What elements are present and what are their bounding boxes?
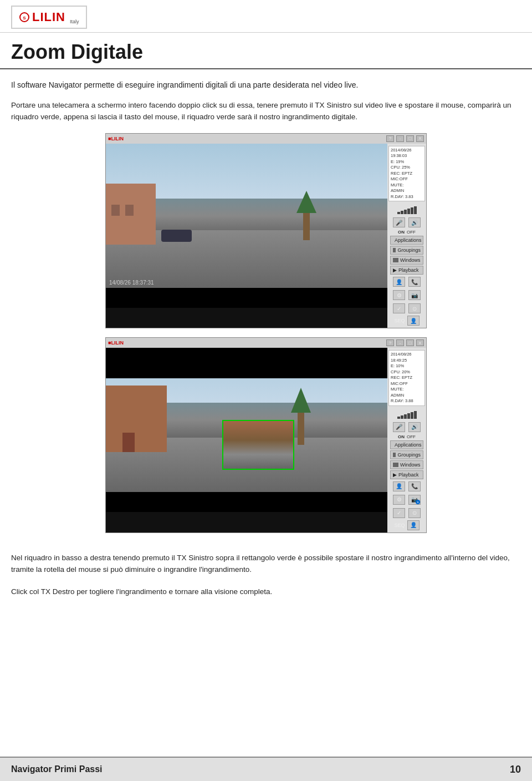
intro-text: Il software Navigator permette di esegui… bbox=[11, 79, 521, 92]
on-label1[interactable]: ON bbox=[398, 230, 405, 235]
bar2-5 bbox=[411, 412, 413, 419]
off-label1[interactable]: OFF bbox=[407, 230, 416, 235]
windows-label1: Windows bbox=[400, 257, 421, 263]
logo-italy: Italy bbox=[70, 19, 79, 24]
play-icon2: ▶ bbox=[393, 472, 397, 478]
bar2-4 bbox=[407, 413, 410, 419]
windows-icon2 bbox=[393, 463, 398, 467]
groupings-btn2[interactable]: Groupings bbox=[390, 450, 423, 459]
close-button[interactable]: X bbox=[416, 135, 424, 142]
skype-indicator: s bbox=[416, 500, 420, 504]
maximize-button2[interactable]: □ bbox=[406, 339, 414, 346]
mic-icon2[interactable]: 🎤 bbox=[393, 422, 405, 432]
windows-btn2[interactable]: Windows bbox=[390, 460, 423, 469]
bar3 bbox=[404, 210, 407, 214]
signal-bars2 bbox=[397, 410, 417, 419]
help-button2[interactable]: ? bbox=[386, 339, 394, 346]
bottom-text2: Click col TX Destro per togliere l'ingra… bbox=[11, 586, 521, 598]
groupings-btn1[interactable]: Groupings bbox=[390, 246, 423, 255]
signal-bars1 bbox=[397, 205, 417, 214]
footer: Navigator Primi Passi 10 bbox=[0, 757, 532, 781]
phone-icon2[interactable]: 📞 bbox=[408, 481, 421, 491]
window2 bbox=[125, 205, 134, 216]
camera-icon2[interactable]: 📷 s bbox=[408, 495, 421, 505]
playback-btn2[interactable]: ▶ Playback bbox=[390, 470, 423, 479]
gear-icon1[interactable]: ⚙ bbox=[393, 290, 405, 300]
car1 bbox=[161, 230, 192, 242]
icon-row2-3: ⚙ 📷 s bbox=[388, 495, 425, 505]
icon-row4: ✓ ⊙ bbox=[388, 303, 425, 313]
titlebar1-left: ■LILIN bbox=[108, 136, 124, 141]
icon-row2: 👤 📞 bbox=[388, 277, 425, 287]
groupings-icon2 bbox=[393, 453, 396, 457]
sidebar1: 2014/08/26 19:38:03 E: 19% CPU: 25% REC:… bbox=[387, 144, 426, 328]
footer-label: Navigator Primi Passi bbox=[11, 764, 103, 774]
close-button2[interactable]: X bbox=[416, 339, 424, 346]
bar2-1 bbox=[397, 417, 400, 419]
on-off2: ON OFF bbox=[398, 434, 416, 439]
icon-row3: ⚙ 📷 bbox=[388, 290, 425, 300]
playback-label2: Playback bbox=[398, 472, 419, 478]
svg-text:S: S bbox=[23, 16, 26, 21]
windows-label2: Windows bbox=[400, 462, 421, 468]
main-area2: Cam 014 18:40:19 bbox=[106, 348, 426, 532]
help-button[interactable]: ? bbox=[386, 135, 394, 142]
seq-icon1[interactable]: 👤 bbox=[407, 316, 420, 326]
video-panel1: Cam 014 18:38:81 bbox=[106, 144, 387, 328]
titlebar2-right: ? - □ X bbox=[386, 339, 424, 346]
camera-bar2 bbox=[106, 492, 387, 512]
off-label2[interactable]: OFF bbox=[407, 434, 416, 439]
windows-btn1[interactable]: Windows bbox=[390, 256, 423, 265]
speaker-icon[interactable]: 🔊 bbox=[408, 217, 421, 227]
window1 bbox=[111, 205, 120, 216]
screenshot2: ■LILIN ? - □ X Cam 014 18:40:19 bbox=[105, 337, 427, 533]
snapshot-icon2[interactable]: ⊙ bbox=[408, 508, 421, 518]
seq-label2: SEQ bbox=[394, 523, 405, 528]
check-icon1[interactable]: ✓ bbox=[393, 303, 405, 313]
mic-icon[interactable]: 🎤 bbox=[393, 217, 405, 227]
seq-row1: SEQ 👤 bbox=[388, 316, 425, 326]
tree-trunk1 bbox=[303, 210, 310, 240]
sidebar2: 2014/08/26 18:49:25 E: 10% CPU: 20% REC:… bbox=[387, 348, 426, 532]
snapshot-icon1[interactable]: ⊙ bbox=[408, 303, 421, 313]
play-icon1: ▶ bbox=[393, 267, 397, 273]
groupings-label2: Groupings bbox=[397, 452, 421, 458]
header: S LILIN Italy bbox=[0, 0, 532, 33]
minimize-button2[interactable]: - bbox=[396, 339, 404, 346]
seq-label1: SEQ bbox=[394, 318, 405, 323]
applications-label2: Applications bbox=[395, 442, 422, 448]
tree-top1 bbox=[296, 191, 316, 213]
playback-btn1[interactable]: ▶ Playback bbox=[390, 266, 423, 275]
tree-trunk2 bbox=[298, 412, 304, 445]
titlebar1: ■LILIN ? - □ X bbox=[106, 134, 426, 144]
on-off1: ON OFF bbox=[398, 230, 416, 235]
icon-row2-1: 🎤 🔊 bbox=[388, 422, 425, 432]
applications-btn2[interactable]: Applications bbox=[390, 440, 423, 449]
screenshot2-wrapper: ■LILIN ? - □ X Cam 014 18:40:19 bbox=[11, 337, 521, 533]
minimize-button[interactable]: - bbox=[396, 135, 404, 142]
info-panel1: 2014/08/26 19:38:03 E: 19% CPU: 25% REC:… bbox=[388, 146, 425, 202]
applications-btn1[interactable]: Applications bbox=[390, 236, 423, 245]
video-panel2: Cam 014 18:40:19 bbox=[106, 348, 387, 532]
phone-icon1[interactable]: 📞 bbox=[408, 277, 421, 287]
speaker-icon2[interactable]: 🔊 bbox=[408, 422, 421, 432]
check-icon2[interactable]: ✓ bbox=[393, 508, 405, 518]
maximize-button[interactable]: □ bbox=[406, 135, 414, 142]
bar2-6 bbox=[414, 411, 417, 419]
logo-box: S LILIN Italy bbox=[11, 6, 87, 29]
camera-icon1[interactable]: 📷 bbox=[408, 290, 421, 300]
playback-label1: Playback bbox=[398, 267, 419, 273]
gear-icon2[interactable]: ⚙ bbox=[393, 495, 405, 505]
lilin-logo-icon: S bbox=[19, 12, 30, 23]
icon-row2-2: 👤 📞 bbox=[388, 481, 425, 491]
seq-icon2[interactable]: 👤 bbox=[407, 520, 420, 530]
person-icon2[interactable]: 👤 bbox=[393, 481, 405, 491]
on-label2[interactable]: ON bbox=[398, 434, 405, 439]
tree-top2 bbox=[291, 388, 311, 413]
titlebar1-right: ? - □ X bbox=[386, 135, 424, 142]
icon-row1: 🎤 🔊 bbox=[388, 217, 425, 227]
person-icon1[interactable]: 👤 bbox=[393, 277, 405, 287]
cam-watermark1: 14/08/26 18:37:31 bbox=[109, 280, 154, 286]
titlebar2-left: ■LILIN bbox=[108, 340, 124, 346]
applications-label1: Applications bbox=[395, 237, 422, 243]
